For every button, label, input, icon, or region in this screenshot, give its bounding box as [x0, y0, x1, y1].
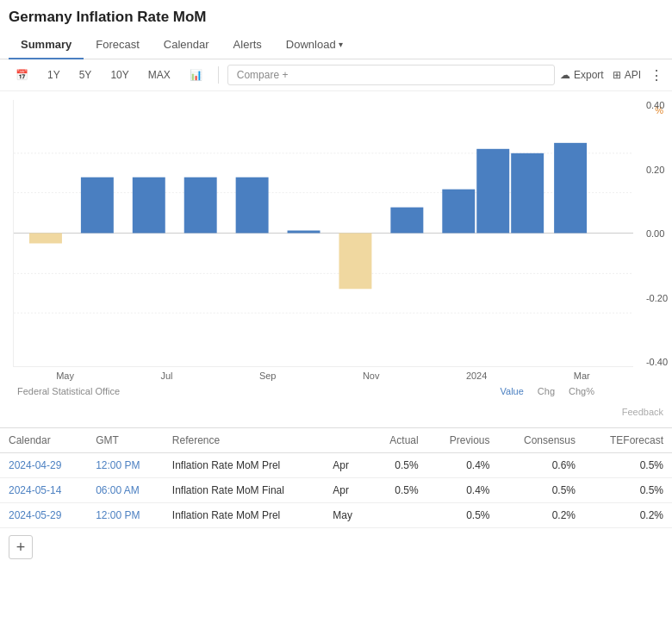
tab-forecast[interactable]: Forecast [84, 31, 152, 59]
x-label-nov: Nov [363, 371, 380, 381]
value-toggle[interactable]: Value [501, 386, 524, 396]
row2-reference-name: Inflation Rate MoM Final [164, 478, 324, 503]
table-row[interactable]: 2024-04-29 12:00 PM Inflation Rate MoM P… [0, 453, 672, 478]
row3-previous: 0.5% [427, 503, 499, 528]
col-header-previous: Previous [427, 428, 499, 453]
tab-calendar[interactable]: Calendar [152, 31, 221, 59]
api-icon: ⊞ [613, 69, 621, 81]
period-1y-btn[interactable]: 1Y [40, 65, 67, 84]
chart-legend: Value Chg Chg% [501, 386, 594, 396]
row1-previous: 0.4% [427, 453, 499, 478]
row3-actual [370, 503, 426, 528]
data-table: Calendar GMT Reference Actual Previous C… [0, 427, 672, 528]
svg-rect-8 [184, 178, 217, 234]
table-row[interactable]: 2024-05-29 12:00 PM Inflation Rate MoM P… [0, 503, 672, 528]
toolbar-right: ☁ Export ⊞ API ⋮ [560, 67, 663, 84]
row2-actual: 0.5% [370, 478, 426, 503]
chgpct-toggle[interactable]: Chg% [569, 386, 594, 396]
col-header-consensus: Consensus [499, 428, 584, 453]
row2-gmt: 06:00 AM [87, 478, 164, 503]
chart-container: % [0, 91, 672, 405]
compare-input[interactable]: Compare + [227, 65, 555, 85]
row3-consensus: 0.2% [499, 503, 584, 528]
add-row-button[interactable]: + [9, 535, 33, 559]
row1-actual: 0.5% [370, 453, 426, 478]
col-header-reference: Reference [164, 428, 370, 453]
row1-gmt: 12:00 PM [87, 453, 164, 478]
period-10y-btn[interactable]: 10Y [103, 65, 135, 84]
row3-gmt: 12:00 PM [87, 503, 164, 528]
row2-consensus: 0.5% [499, 478, 584, 503]
table-row[interactable]: 2024-05-14 06:00 AM Inflation Rate MoM F… [0, 478, 672, 503]
y-axis-labels: 0.40 0.20 0.00 -0.20 -0.40 [646, 100, 668, 367]
row1-teforecast: 0.5% [584, 453, 672, 478]
row2-previous: 0.4% [427, 478, 499, 503]
export-icon: ☁ [560, 69, 570, 81]
row3-date: 2024-05-29 [0, 503, 87, 528]
x-label-may: May [56, 371, 74, 381]
svg-rect-12 [390, 208, 423, 234]
row1-reference-name: Inflation Rate MoM Prel [164, 453, 324, 478]
tab-alerts[interactable]: Alerts [221, 31, 274, 59]
col-header-gmt: GMT [87, 428, 164, 453]
export-button[interactable]: ☁ Export [560, 69, 604, 81]
row2-teforecast: 0.5% [584, 478, 672, 503]
svg-rect-16 [554, 143, 587, 234]
dropdown-arrow-icon: ▾ [339, 40, 343, 49]
page-title: Germany Inflation Rate MoM [0, 0, 672, 31]
x-label-jul: Jul [160, 371, 172, 381]
more-options-button[interactable]: ⋮ [650, 67, 663, 84]
x-axis-labels: May Jul Sep Nov 2024 Mar [13, 367, 633, 381]
chart-source: Federal Statistical Office [17, 386, 120, 396]
chart-toolbar: 📅 1Y 5Y 10Y MAX 📊 Compare + ☁ Export ⊞ A… [0, 59, 672, 91]
svg-rect-15 [511, 153, 544, 234]
svg-rect-10 [288, 231, 320, 234]
row1-reference-period: Apr [324, 453, 370, 478]
svg-rect-14 [476, 149, 509, 234]
svg-rect-11 [339, 234, 371, 290]
table-header-row: Calendar GMT Reference Actual Previous C… [0, 428, 672, 453]
row3-teforecast: 0.2% [584, 503, 672, 528]
feedback-link[interactable]: Feedback [0, 405, 672, 424]
x-label-sep: Sep [259, 371, 277, 381]
api-button[interactable]: ⊞ API [613, 69, 641, 81]
x-label-2024: 2024 [466, 371, 487, 381]
chart-source-line: Federal Statistical Office Value Chg Chg… [9, 381, 638, 396]
row1-consensus: 0.6% [499, 453, 584, 478]
x-label-mar: Mar [574, 371, 590, 381]
period-5y-btn[interactable]: 5Y [72, 65, 99, 84]
row2-reference-period: Apr [324, 478, 370, 503]
svg-rect-5 [29, 234, 62, 244]
toolbar-divider [218, 66, 219, 84]
row2-date: 2024-05-14 [0, 478, 87, 503]
calendar-icon-btn[interactable]: 📅 [9, 65, 35, 84]
tab-summary[interactable]: Summary [9, 31, 84, 59]
col-header-calendar: Calendar [0, 428, 87, 453]
tab-bar: Summary Forecast Calendar Alerts Downloa… [0, 31, 672, 59]
svg-rect-7 [133, 178, 165, 234]
chg-toggle[interactable]: Chg [538, 386, 555, 396]
svg-rect-6 [81, 178, 114, 234]
col-header-actual: Actual [370, 428, 426, 453]
chart-svg [14, 100, 633, 366]
row3-reference-period: May [324, 503, 370, 528]
period-max-btn[interactable]: MAX [141, 65, 177, 84]
row1-date: 2024-04-29 [0, 453, 87, 478]
col-header-teforecast: TEForecast [584, 428, 672, 453]
svg-rect-9 [236, 178, 269, 234]
chart-type-btn[interactable]: 📊 [183, 65, 209, 84]
tab-download[interactable]: Download ▾ [274, 31, 355, 59]
chart-area[interactable] [13, 100, 633, 367]
svg-rect-13 [442, 190, 475, 234]
row3-reference-name: Inflation Rate MoM Prel [164, 503, 324, 528]
